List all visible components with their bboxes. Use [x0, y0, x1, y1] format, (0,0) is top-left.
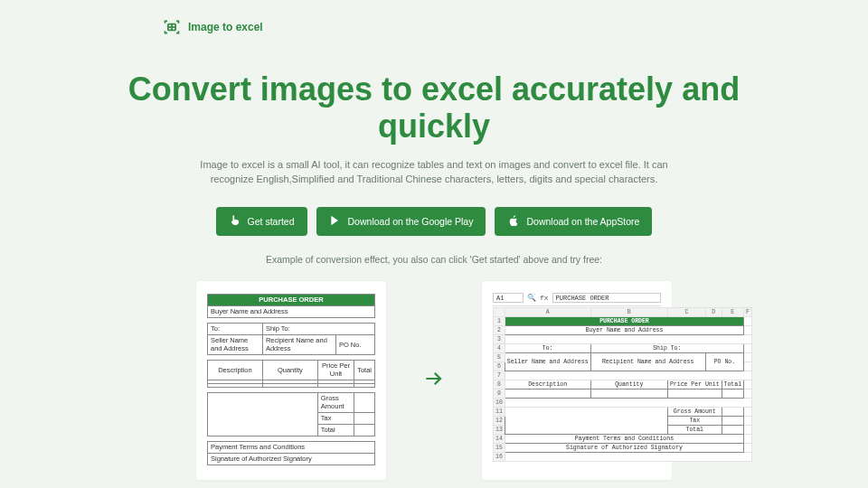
xl-ppu[interactable]: Price Per Unit [667, 380, 722, 389]
excel-result-panel: A1 🔍 fx PURCHASE ORDER A B C D E F [482, 281, 672, 480]
po-seller: Seller Name and Address [208, 334, 263, 354]
get-started-button[interactable]: Get started [216, 207, 307, 236]
po-total: Total [317, 424, 354, 436]
header: Image to excel [0, 0, 868, 36]
fx-icon: fx [540, 294, 549, 302]
arrow-right-icon [422, 367, 446, 394]
excel-grid: A B C D E F 1PURCHASE ORDER 2Buyer Name … [493, 307, 752, 462]
po-buyer: Buyer Name and Address [208, 305, 375, 317]
source-table: PURCHASE ORDER Buyer Name and Address To… [207, 294, 375, 465]
xl-sig[interactable]: Signature of Authorized Signatory [505, 443, 743, 452]
google-play-icon [329, 214, 342, 229]
google-play-button[interactable]: Download on the Google Play [316, 207, 486, 236]
xl-desc[interactable]: Description [505, 380, 590, 389]
xl-seller[interactable]: Seller Name and Address [505, 352, 590, 371]
col-desc: Description [208, 360, 263, 380]
col-A[interactable]: A [505, 307, 590, 316]
po-ship-to: Ship To: [262, 323, 374, 334]
po-no: PO No. [335, 334, 374, 354]
xl-total[interactable]: Total [722, 380, 744, 389]
po-to: To: [208, 323, 263, 334]
xl-buyer[interactable]: Buyer Name and Address [505, 325, 743, 334]
source-image-panel: PURCHASE ORDER Buyer Name and Address To… [196, 281, 386, 480]
comparison-row: PURCHASE ORDER Buyer Name and Address To… [0, 281, 868, 480]
get-started-label: Get started [248, 216, 295, 227]
xl-gross[interactable]: Gross Amount [667, 407, 722, 416]
po-recipient: Recipient Name and Address [262, 334, 335, 354]
col-ppu: Price Per Unit [317, 360, 354, 380]
col-total: Total [354, 360, 375, 380]
app-store-button[interactable]: Download on the AppStore [495, 207, 652, 236]
col-B[interactable]: B [590, 307, 667, 316]
po-terms: Payment Terms and Conditions [208, 441, 375, 453]
formula-bar[interactable]: PURCHASE ORDER [552, 293, 661, 303]
xl-terms[interactable]: Payment Terms and Conditions [505, 434, 743, 443]
hero-title: Convert images to excel accurately and q… [108, 70, 760, 145]
cell-reference-box[interactable]: A1 [493, 293, 524, 303]
hero-subtitle: Image to excel is a small AI tool, it ca… [190, 158, 678, 187]
pointer-icon [229, 214, 241, 229]
cta-row: Get started Download on the Google Play … [0, 207, 868, 236]
zoom-icon: 🔍 [527, 294, 536, 302]
example-caption: Example of conversion effect, you also c… [0, 254, 868, 265]
xl-po-title[interactable]: PURCHASE ORDER [505, 316, 743, 325]
app-store-label: Download on the AppStore [526, 216, 639, 227]
xl-tax[interactable]: Tax [667, 416, 722, 425]
col-D[interactable]: D [705, 307, 722, 316]
col-C[interactable]: C [667, 307, 705, 316]
po-sig: Signature of Authorized Signatory [208, 453, 375, 465]
po-gross: Gross Amount [317, 392, 354, 412]
xl-recipient[interactable]: Recipient Name and Address [590, 352, 705, 371]
xl-to[interactable]: To: [505, 343, 590, 352]
po-title: PURCHASE ORDER [208, 294, 375, 305]
google-play-label: Download on the Google Play [348, 216, 474, 227]
scan-table-icon [163, 18, 181, 36]
xl-total2[interactable]: Total [667, 425, 722, 434]
col-F[interactable]: F [744, 307, 752, 316]
xl-shipto[interactable]: Ship To: [590, 343, 744, 352]
apple-icon [507, 214, 520, 229]
col-E[interactable]: E [722, 307, 744, 316]
xl-qty[interactable]: Quantity [590, 380, 667, 389]
hero: Convert images to excel accurately and q… [0, 36, 868, 480]
xl-pono[interactable]: PO No. [705, 352, 743, 371]
col-qty: Quantity [262, 360, 317, 380]
excel-toolbar: A1 🔍 fx PURCHASE ORDER [493, 294, 661, 306]
po-tax: Tax [317, 412, 354, 424]
brand-name: Image to excel [188, 21, 263, 33]
